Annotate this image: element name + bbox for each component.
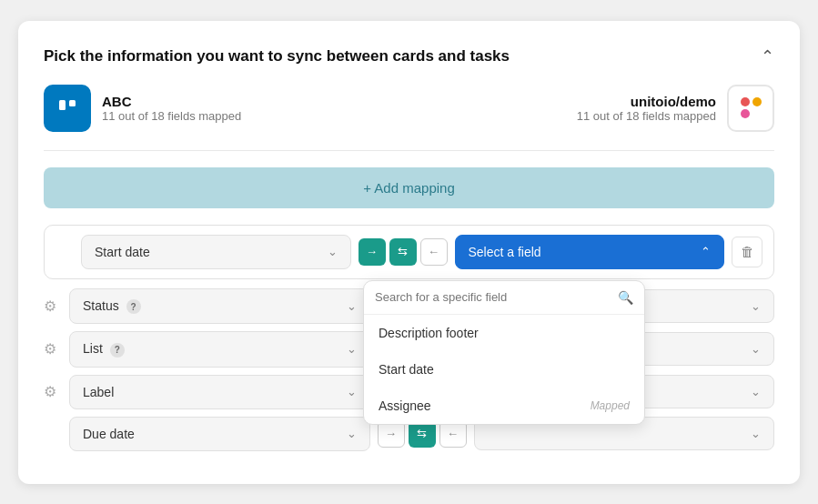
mapped-label: Mapped bbox=[591, 399, 630, 412]
dot-3 bbox=[741, 109, 750, 118]
label-field-label: Label bbox=[83, 385, 114, 399]
label-field-select[interactable]: Label ⌄ bbox=[69, 375, 370, 409]
left-app: ABC 11 out of 18 fields mapped bbox=[44, 85, 241, 132]
due-date-right-chevron-icon: ⌄ bbox=[751, 427, 761, 440]
add-mapping-label: + Add mapping bbox=[363, 180, 455, 196]
due-date-chevron-icon: ⌄ bbox=[347, 427, 357, 440]
first-row: Start date ⌄ → ⇆ ← Select a field ⌃ 🗑 bbox=[56, 235, 762, 269]
status-right-chevron-icon: ⌄ bbox=[751, 299, 761, 313]
add-mapping-button[interactable]: + Add mapping bbox=[44, 167, 774, 208]
header: Pick the information you want to sync be… bbox=[44, 46, 774, 66]
right-app-name: unitoio/demo bbox=[577, 94, 716, 109]
dropdown-item-start-date[interactable]: Start date bbox=[364, 351, 644, 388]
dropdown-item-label: Start date bbox=[379, 362, 434, 377]
search-box: 🔍 bbox=[364, 281, 644, 315]
list-right-chevron-icon: ⌄ bbox=[751, 342, 761, 356]
dropdown-item-description-footer[interactable]: Description footer bbox=[364, 315, 644, 351]
dropdown-item-assignee[interactable]: Assignee Mapped bbox=[364, 388, 644, 424]
first-row-sync-controls: → ⇆ ← bbox=[359, 238, 448, 266]
first-row-chevron-icon: ⌄ bbox=[328, 245, 338, 258]
dropdown-item-label: Assignee bbox=[379, 398, 431, 413]
trello-icon bbox=[44, 85, 91, 132]
status-help-icon[interactable]: ? bbox=[126, 299, 141, 314]
dot-1 bbox=[741, 97, 750, 106]
select-field-dropdown-trigger[interactable]: Select a field ⌃ bbox=[455, 235, 725, 269]
list-field-select[interactable]: List ? ⌄ bbox=[69, 331, 370, 368]
arrow-left-button[interactable]: ← bbox=[420, 238, 448, 266]
gear-icon-label[interactable]: ⚙ bbox=[44, 383, 62, 400]
select-field-chevron-icon: ⌃ bbox=[701, 245, 711, 258]
svg-rect-0 bbox=[59, 100, 66, 110]
select-field-label: Select a field bbox=[469, 245, 541, 259]
field-dropdown-panel: 🔍 Description footer Start date Assignee… bbox=[363, 280, 645, 425]
page-title: Pick the information you want to sync be… bbox=[44, 47, 510, 66]
left-app-subtext: 11 out of 18 fields mapped bbox=[102, 109, 241, 123]
unitoio-icon bbox=[727, 85, 774, 132]
first-row-container: Start date ⌄ → ⇆ ← Select a field ⌃ 🗑 🔍 … bbox=[44, 225, 774, 279]
dot-4 bbox=[752, 109, 762, 118]
first-row-field-label: Start date bbox=[95, 245, 150, 259]
right-app-subtext: 11 out of 18 fields mapped bbox=[577, 109, 716, 123]
left-app-name: ABC bbox=[102, 94, 241, 109]
sync-both-button[interactable]: ⇆ bbox=[389, 238, 417, 266]
label-right-chevron-icon: ⌄ bbox=[751, 385, 761, 398]
delete-mapping-button[interactable]: 🗑 bbox=[732, 237, 762, 267]
main-card: Pick the information you want to sync be… bbox=[18, 21, 800, 484]
dot-2 bbox=[752, 97, 762, 106]
first-row-field-select[interactable]: Start date ⌄ bbox=[81, 235, 351, 269]
status-field-select[interactable]: Status ? ⌄ bbox=[69, 288, 370, 325]
list-help-icon[interactable]: ? bbox=[110, 343, 125, 358]
gear-icon-list[interactable]: ⚙ bbox=[44, 340, 62, 358]
arrow-right-button[interactable]: → bbox=[359, 238, 386, 266]
list-field-label: List ? bbox=[83, 341, 125, 358]
status-field-label: Status ? bbox=[83, 298, 141, 315]
divider bbox=[44, 150, 774, 151]
search-icon: 🔍 bbox=[618, 290, 633, 305]
label-chevron-icon: ⌄ bbox=[347, 385, 357, 398]
left-app-info: ABC 11 out of 18 fields mapped bbox=[102, 94, 241, 123]
right-app-info: unitoio/demo 11 out of 18 fields mapped bbox=[577, 94, 716, 123]
app-row: ABC 11 out of 18 fields mapped unitoio/d… bbox=[44, 85, 774, 132]
due-date-field-label: Due date bbox=[83, 427, 135, 441]
unitoio-dots bbox=[741, 97, 762, 118]
right-app: unitoio/demo 11 out of 18 fields mapped bbox=[577, 85, 774, 132]
status-chevron-icon: ⌄ bbox=[347, 299, 357, 313]
dropdown-item-label: Description footer bbox=[379, 326, 479, 340]
list-chevron-icon: ⌄ bbox=[347, 342, 357, 356]
gear-icon-status[interactable]: ⚙ bbox=[44, 297, 62, 315]
collapse-icon[interactable]: ⌃ bbox=[761, 46, 774, 66]
search-input[interactable] bbox=[375, 290, 611, 304]
svg-rect-1 bbox=[69, 100, 76, 106]
due-date-field-select[interactable]: Due date ⌄ bbox=[69, 417, 370, 451]
